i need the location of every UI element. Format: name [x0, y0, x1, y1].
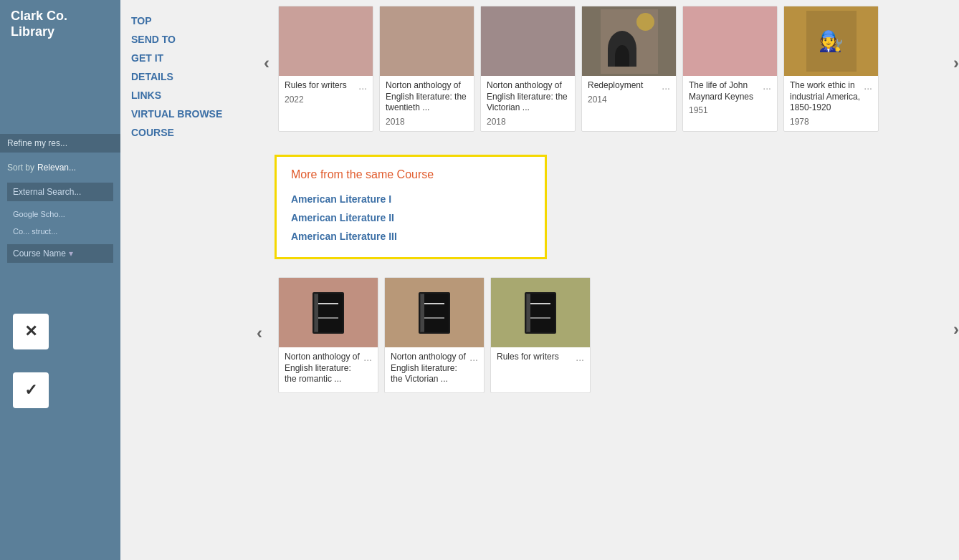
book-year: 2014 — [588, 95, 670, 105]
book-year: 2018 — [487, 117, 569, 127]
bottom-book-card-norton-victorian-2[interactable]: Norton anthology of English literature: … — [384, 277, 485, 393]
check-icon: ✓ — [24, 381, 37, 400]
nav-link-top[interactable]: TOP — [131, 13, 253, 29]
left-nav: TOPSEND TOGET ITDETAILSLINKSVIRTUAL BROW… — [120, 0, 264, 148]
bottom-book-card-rules-for-writers-2[interactable]: Rules for writers ... — [490, 277, 591, 393]
carousel-next-button[interactable]: › — [953, 52, 959, 72]
book-card-life-of-keynes[interactable]: The life of John Maynard Keynes ... 1951 — [682, 6, 778, 132]
svg-marker-11 — [421, 294, 424, 332]
bottom-carousel-next-button[interactable]: › — [953, 319, 959, 339]
svg-rect-19 — [530, 303, 550, 304]
book-menu-dots[interactable]: ... — [469, 352, 478, 363]
book-menu-dots[interactable]: ... — [864, 80, 872, 92]
x-button[interactable]: ✕ — [13, 314, 49, 349]
svg-rect-13 — [424, 317, 444, 319]
book-title: Rules for writers — [497, 352, 573, 363]
book-menu-dots[interactable]: ... — [576, 352, 584, 363]
google-scholar-label: Google Scho... — [7, 207, 113, 221]
book-year: 1978 — [790, 117, 872, 127]
book-title: Norton anthology of English literature: … — [391, 352, 467, 385]
bottom-book-card-norton-romantic[interactable]: Norton anthology of English literature: … — [278, 277, 378, 393]
book-menu-dots[interactable]: ... — [763, 80, 771, 92]
book-card-rules-for-writers[interactable]: Rules for writers ... 2022 — [278, 6, 373, 132]
main-content: TOPSEND TOGET ITDETAILSLINKSVIRTUAL BROW… — [120, 0, 959, 560]
sort-value[interactable]: Relevan... — [37, 163, 76, 173]
book-title: Norton anthology of English literature: … — [386, 80, 468, 114]
course-name-bar: Course Name ▾ — [7, 244, 113, 263]
sort-label: Sort by — [7, 163, 34, 173]
svg-marker-4 — [315, 294, 318, 332]
book-year: 2022 — [285, 95, 367, 105]
book-title: The life of John Maynard Keynes — [689, 80, 760, 102]
book-menu-dots[interactable]: ... — [358, 80, 367, 92]
book-card-norton-20th[interactable]: Norton anthology of English literature: … — [379, 6, 474, 132]
book-title: Norton anthology of English literature: … — [285, 352, 361, 385]
external-search-label: External Search... — [7, 183, 113, 201]
check-button[interactable]: ✓ — [13, 372, 49, 408]
book-card-work-ethic[interactable]: 🧑‍🔧 The work ethic in industrial America… — [783, 6, 879, 132]
svg-rect-6 — [318, 317, 338, 319]
nav-link-virtual-browse[interactable]: VIRTUAL BROWSE — [131, 106, 253, 122]
nav-link-details[interactable]: DETAILS — [131, 69, 253, 85]
book-menu-dots[interactable]: ... — [363, 352, 372, 363]
nav-link-send-to[interactable]: SEND TO — [131, 32, 253, 47]
book-title: Rules for writers — [285, 80, 356, 92]
carousel-prev-button[interactable]: ‹ — [264, 52, 269, 72]
book-card-norton-victorian[interactable]: Norton anthology of English literature: … — [480, 6, 576, 132]
bottom-carousel-prev-button[interactable]: ‹ — [257, 323, 262, 343]
course-section-box: More from the same Course American Liter… — [275, 155, 547, 259]
sidebar-title: Clark Co. Library — [0, 0, 120, 48]
book-year: 2018 — [386, 117, 468, 127]
book-year: 1951 — [689, 105, 771, 115]
course-link-am-lit-1[interactable]: American Literature I — [291, 190, 530, 208]
book-title: Redeployment — [588, 80, 659, 92]
svg-rect-20 — [530, 317, 550, 319]
bottom-carousel: ‹ Norton anthology of English literature… — [120, 270, 959, 400]
book-title: The work ethic in industrial America, 18… — [790, 80, 861, 114]
course-section-title: More from the same Course — [291, 168, 530, 181]
x-icon: ✕ — [24, 322, 37, 341]
top-carousel: ‹ Rules for writers ... 2022 Norton anth… — [264, 0, 959, 148]
sidebar: Clark Co. Library Refine my res... Sort … — [0, 0, 120, 560]
nav-link-get-it[interactable]: GET IT — [131, 50, 253, 66]
svg-rect-12 — [424, 303, 444, 304]
book-card-redeployment[interactable]: Redeployment ... 2014 — [581, 6, 677, 132]
book-menu-dots[interactable]: ... — [662, 80, 670, 92]
course-link-am-lit-3[interactable]: American Literature III — [291, 227, 530, 246]
construct-label: Co... struct... — [7, 224, 113, 238]
nav-link-course[interactable]: COURSE — [131, 125, 253, 140]
book-title: Norton anthology of English literature: … — [487, 80, 569, 114]
svg-rect-5 — [318, 303, 338, 304]
refine-label: Refine my res... — [7, 138, 113, 148]
course-link-am-lit-2[interactable]: American Literature II — [291, 208, 530, 227]
nav-link-links[interactable]: LINKS — [131, 87, 253, 103]
svg-marker-18 — [527, 294, 530, 332]
